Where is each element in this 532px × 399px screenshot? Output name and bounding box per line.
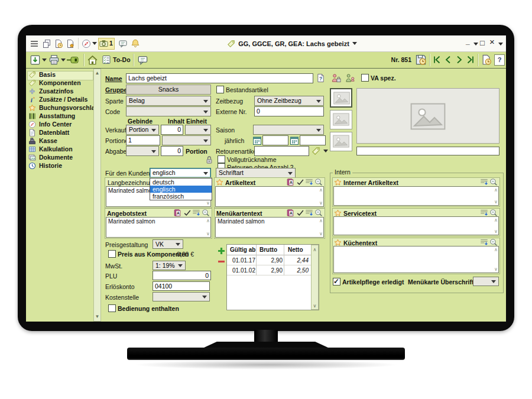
table-row[interactable]: 2,50: [285, 267, 309, 274]
scroll-down-icon[interactable]: ▼: [94, 314, 100, 319]
schriftart-select[interactable]: Schriftart: [216, 168, 296, 178]
zoom-icon[interactable]: [489, 178, 498, 186]
sidebar-item-dokumente[interactable]: Dokumente: [27, 154, 92, 161]
spellcheck-icon[interactable]: [296, 209, 304, 217]
sprache-select[interactable]: englisch: [150, 168, 211, 178]
sidebar-item-historie[interactable]: Historie: [27, 162, 92, 170]
home-button[interactable]: [87, 54, 98, 66]
menukarte-ueberschrift-select[interactable]: [473, 277, 499, 286]
person-sync-icon[interactable]: [345, 73, 355, 83]
gruppe-label[interactable]: Gruppe: [105, 86, 127, 94]
table-scrollbar[interactable]: ∧ ∨: [311, 245, 319, 310]
scroll-up-icon[interactable]: ∧: [493, 248, 499, 252]
close-button[interactable]: ×: [489, 38, 495, 46]
code-select[interactable]: [126, 106, 211, 116]
insert-text-icon[interactable]: [480, 209, 488, 217]
zoom-icon[interactable]: [314, 178, 323, 186]
scroll-up-icon[interactable]: ∧: [312, 247, 318, 252]
dropdown-option-englisch[interactable]: englisch: [150, 186, 212, 193]
name-info-icon[interactable]: ?: [316, 73, 325, 83]
person-lock-icon[interactable]: [331, 73, 341, 83]
connector-button[interactable]: [66, 56, 80, 64]
image-thumbnail-3[interactable]: [330, 132, 352, 151]
saison-select[interactable]: [253, 125, 324, 135]
print-button[interactable]: [48, 54, 60, 66]
sidebar-item-komponenten[interactable]: Komponenten: [27, 79, 92, 87]
bestandsartikel-checkbox[interactable]: [216, 86, 224, 93]
copy-icon[interactable]: [42, 39, 51, 48]
mwst-select[interactable]: 1: 19%: [153, 261, 186, 270]
import-caret-icon[interactable]: [42, 59, 47, 64]
kostenstelle-select[interactable]: [153, 292, 210, 301]
dropdown-option-franzoesisch[interactable]: französisch: [150, 193, 212, 200]
sidebar-item-zusaetze-details[interactable]: iZusätze / Details: [27, 96, 92, 103]
sidebar-item-info-center[interactable]: Info Center: [27, 121, 92, 128]
gruppe-button[interactable]: Snacks: [126, 85, 211, 95]
table-row[interactable]: 2,90: [258, 267, 283, 274]
verkauf-einheit-select[interactable]: [185, 125, 211, 135]
abgabe-gebinde-select[interactable]: [126, 146, 159, 156]
scroll-down-icon[interactable]: ∨: [312, 303, 318, 309]
sparte-select[interactable]: Belag: [126, 96, 211, 106]
minimize-button[interactable]: _: [466, 38, 470, 46]
sidebar-item-buchungsvorschlag[interactable]: Buchungsvorschlag: [27, 104, 92, 112]
verkauf-gebinde-select[interactable]: Portion: [126, 125, 159, 135]
scroll-down-icon[interactable]: ∨: [318, 201, 324, 206]
scroll-down-icon[interactable]: ∨: [318, 232, 324, 236]
scroll-down-icon[interactable]: ∨: [205, 232, 211, 236]
retouren-caret-icon[interactable]: [323, 150, 328, 155]
print-caret-icon[interactable]: [61, 59, 66, 64]
servicetext-textarea[interactable]: [333, 216, 499, 235]
previous-record-button[interactable]: [443, 54, 453, 65]
image-caption-input[interactable]: [356, 147, 499, 155]
angebotstext-textarea[interactable]: Marinated salmon: [106, 217, 211, 238]
translate-icon[interactable]: A: [173, 209, 181, 217]
scroll-up-icon[interactable]: ∧: [493, 218, 499, 223]
scroll-down-icon[interactable]: ∨: [493, 267, 499, 272]
artikelpflege-checkbox[interactable]: [333, 278, 340, 286]
favorite-document-icon[interactable]: [66, 39, 75, 48]
recent-document-icon[interactable]: [54, 39, 63, 48]
retouren-tag-icon[interactable]: [312, 147, 320, 155]
table-row[interactable]: 2,90: [258, 257, 283, 264]
minimize-caret-icon[interactable]: [473, 43, 478, 48]
externe-nr-input[interactable]: 0: [254, 106, 324, 116]
favorite-star-icon[interactable]: [334, 179, 342, 186]
menu-icon[interactable]: [30, 39, 39, 48]
first-record-button[interactable]: [432, 54, 442, 65]
verkauf-inhalt-input[interactable]: 0: [161, 125, 183, 135]
dropdown-option-deutsch[interactable]: deutsch: [150, 179, 212, 186]
next-record-button[interactable]: [455, 54, 464, 65]
insert-text-icon[interactable]: [305, 178, 313, 186]
insert-text-icon[interactable]: [480, 238, 488, 246]
sidebar-item-datenblatt[interactable]: Datenblatt: [27, 129, 92, 137]
image-thumbnail-2[interactable]: [330, 110, 352, 129]
jaehrlich-bis-input[interactable]: [300, 135, 326, 145]
plu-input[interactable]: 0: [153, 271, 211, 280]
maximize-button[interactable]: □: [480, 39, 485, 47]
retourenartikel-input[interactable]: [254, 146, 309, 156]
navigator-caret-icon[interactable]: [92, 42, 97, 47]
name-input[interactable]: Lachs gebeizt: [126, 73, 313, 83]
translate-icon[interactable]: A: [286, 178, 294, 186]
vollgutruecknahme-checkbox[interactable]: [218, 155, 225, 163]
todo-button[interactable]: To-Do: [102, 54, 131, 66]
artikeltext-textarea[interactable]: [215, 186, 324, 207]
preis-aus-komponenten-checkbox[interactable]: [108, 250, 116, 258]
sidebar-item-zusatzinfos[interactable]: Zusatzinfos: [27, 87, 92, 95]
bedienung-checkbox[interactable]: [108, 304, 116, 312]
name-label[interactable]: Name: [105, 75, 122, 83]
scroll-up-icon[interactable]: ∧: [318, 219, 324, 223]
spellcheck-icon[interactable]: [183, 209, 192, 217]
scroll-up-icon[interactable]: ∧: [493, 188, 499, 193]
kuechentext-textarea[interactable]: [333, 246, 499, 273]
insert-text-icon[interactable]: [480, 178, 488, 186]
add-price-button[interactable]: [218, 247, 225, 255]
translate-icon[interactable]: A: [286, 209, 294, 217]
window-caret-icon[interactable]: [498, 43, 503, 48]
scroll-up-icon[interactable]: ∧: [205, 219, 211, 223]
window-title-group[interactable]: GG, GGCE, GR, GEA: Lachs gebeizt: [203, 35, 381, 51]
remove-price-button[interactable]: [218, 258, 225, 265]
portionen-einheit-select[interactable]: [162, 135, 211, 145]
save-history-button[interactable]: [415, 54, 427, 66]
